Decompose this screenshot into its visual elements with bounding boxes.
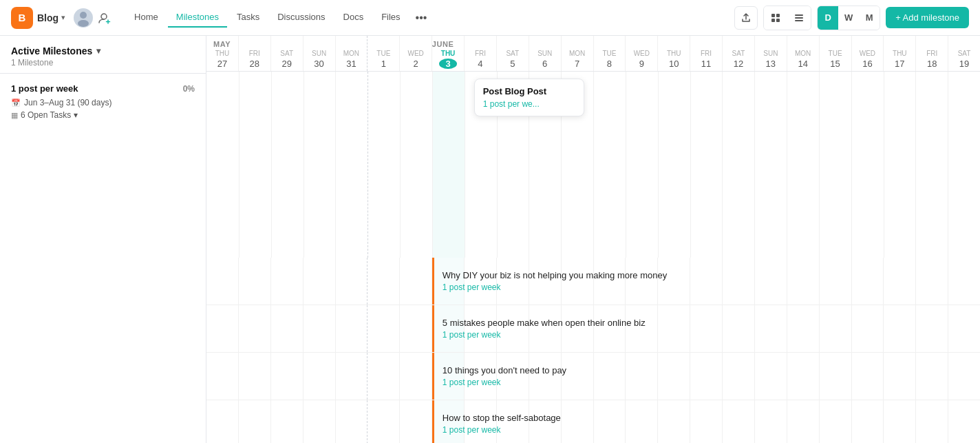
active-milestones-label: Active Milestones (11, 45, 92, 56)
tab-docs[interactable]: Docs (335, 8, 372, 28)
day-name-label: SUN (763, 50, 778, 57)
task-cell (206, 353, 239, 400)
day-col-18: FRI18 (916, 36, 948, 71)
grid-line (239, 72, 239, 258)
milestone-date-range: 📅 Jun 3–Aug 31 (90 days) (11, 98, 195, 107)
task-title: 5 mistakes people make when open their o… (443, 318, 973, 328)
task-cell (336, 258, 368, 305)
svg-rect-7 (795, 14, 803, 16)
task-row: Why DIY your biz is not helping you maki… (206, 258, 980, 305)
task-content[interactable]: Why DIY your biz is not helping you maki… (432, 258, 980, 305)
date-view-group: D W M (817, 6, 880, 30)
milestone-count: 1 Milestone (11, 58, 195, 68)
task-content[interactable]: How to stop the self-sabotage1 post per … (432, 400, 980, 444)
list-view-button[interactable] (787, 6, 811, 30)
task-cell (336, 353, 368, 400)
grid-line (368, 72, 368, 258)
main-layout: Active Milestones ▾ 1 Milestone 1 post p… (0, 36, 980, 443)
user-add-icon[interactable] (97, 10, 112, 25)
day-number-label: 18 (923, 59, 941, 69)
day-number-label: 13 (762, 59, 780, 69)
tab-tasks[interactable]: Tasks (228, 8, 268, 28)
day-col-30: SUN30 (303, 36, 336, 71)
task-cell (206, 305, 239, 352)
today-highlight (432, 72, 465, 258)
day-name-label: TUE (829, 50, 842, 57)
day-name-label: SUN (537, 50, 552, 57)
svg-rect-9 (795, 20, 803, 21)
day-name-label: THU (441, 50, 456, 57)
top-nav: B Blog ▾ Home Milestones Tasks Discussio… (0, 0, 980, 36)
grid-line (658, 72, 659, 258)
task-cell (336, 305, 368, 352)
tab-discussions[interactable]: Discussions (269, 8, 333, 28)
task-title: How to stop the self-sabotage (443, 413, 973, 423)
day-col-29: SAT29 (271, 36, 303, 71)
export-button[interactable] (734, 6, 758, 30)
day-name-label: FRI (926, 50, 937, 57)
day-col-7: MON7 (562, 36, 594, 71)
day-view-button[interactable]: D (818, 6, 838, 30)
calendar-body: Post Blog Post1 post per we...Why DIY yo… (206, 72, 980, 443)
task-tag: 1 post per week (443, 378, 973, 387)
grid-line (787, 72, 787, 258)
day-number-label: 15 (827, 59, 844, 69)
grid-line (819, 72, 820, 258)
svg-rect-6 (776, 19, 780, 22)
tab-files[interactable]: Files (373, 8, 408, 28)
tasks-chevron-icon: ▾ (74, 110, 78, 120)
task-content[interactable]: 5 mistakes people make when open their o… (432, 305, 980, 352)
month-label-may: MAY (213, 40, 231, 48)
milestones-chevron-icon: ▾ (96, 46, 100, 56)
day-name-label: SAT (506, 50, 519, 57)
day-number-label: 29 (278, 59, 296, 69)
tab-milestones[interactable]: Milestones (168, 8, 227, 28)
task-title: 10 things you don't need to pay (443, 365, 973, 375)
grid-line (432, 72, 433, 258)
day-name-label: SAT (280, 50, 293, 57)
tasks-grid-icon: ▦ (11, 111, 18, 120)
day-columns: THU27FRI28SAT29SUN30MON31TUE1WED2THU3FRI… (206, 36, 980, 71)
day-name-label: TUE (376, 50, 390, 57)
day-name-label: MON (795, 50, 811, 57)
month-view-button[interactable]: M (859, 6, 880, 30)
grid-line (915, 72, 916, 258)
project-name: Blog (37, 12, 58, 23)
grid-line (626, 72, 626, 258)
active-milestones-title[interactable]: Active Milestones ▾ (11, 45, 195, 56)
day-col-10: THU10 (658, 36, 690, 71)
add-milestone-button[interactable]: + Add milestone (886, 7, 969, 28)
task-cell (400, 305, 432, 352)
day-name-label: SAT (732, 50, 745, 57)
task-cell (368, 305, 400, 352)
milestone-percent: 0% (183, 84, 195, 94)
milestone-popup-title: Post Blog Post (483, 86, 575, 96)
day-number-label: 6 (536, 59, 554, 69)
day-col-17: THU17 (884, 36, 916, 71)
day-number-label: 12 (729, 59, 747, 69)
nav-right-actions: D W M + Add milestone (734, 6, 969, 30)
grid-line (593, 72, 594, 258)
grid-line (400, 72, 401, 258)
day-name-label: THU (215, 50, 230, 57)
grid-line (690, 72, 691, 258)
sidebar-content: 1 post per week 0% 📅 Jun 3–Aug 31 (90 da… (0, 74, 206, 443)
more-menu-button[interactable]: ••• (410, 9, 433, 27)
svg-point-1 (78, 20, 89, 27)
svg-rect-4 (776, 14, 780, 17)
milestone-popup-card[interactable]: Post Blog Post1 post per we... (474, 79, 584, 116)
task-cell (271, 258, 303, 305)
day-number-label: 4 (471, 59, 489, 69)
nav-tabs: Home Milestones Tasks Discussions Docs F… (126, 8, 734, 28)
task-content[interactable]: 10 things you don't need to pay1 post pe… (432, 353, 980, 400)
tab-home[interactable]: Home (126, 8, 167, 28)
task-cell (271, 400, 303, 444)
task-cell (368, 400, 400, 444)
day-col-6: SUN6 (529, 36, 562, 71)
grid-view-button[interactable] (764, 6, 787, 30)
week-view-button[interactable]: W (838, 6, 859, 30)
milestone-open-tasks[interactable]: ▦ 6 Open Tasks ▾ (11, 110, 195, 120)
task-cell (271, 305, 303, 352)
grid-line (884, 72, 884, 258)
grid-line (722, 72, 723, 258)
